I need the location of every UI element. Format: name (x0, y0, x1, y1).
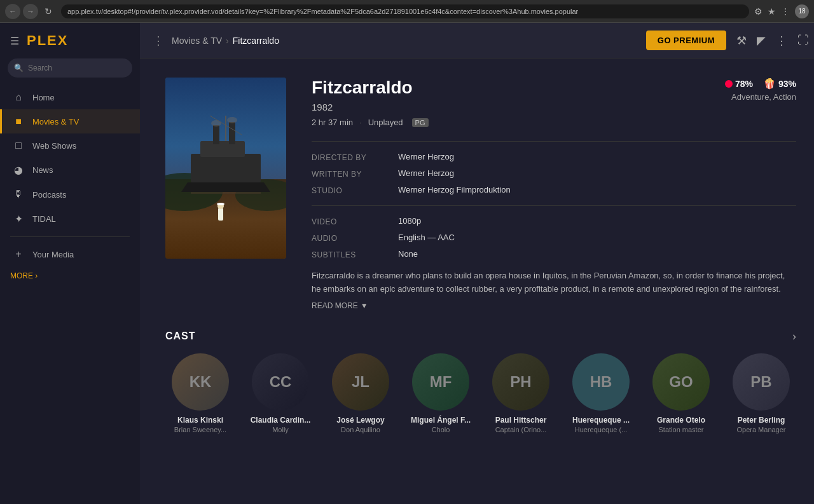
more-options-icon[interactable]: ⋮ (776, 34, 787, 48)
movie-genres: Adventure, Action (725, 92, 796, 102)
read-more-text: READ MORE (312, 301, 358, 310)
breadcrumb-current: Fitzcarraldo (233, 36, 279, 46)
detail-divider-1 (312, 141, 796, 142)
browser-icons: ⚙ ★ ⋮ 18 (754, 4, 809, 18)
hamburger-icon[interactable]: ☰ (10, 35, 19, 47)
cast-avatar: CC (252, 353, 309, 411)
tools-icon[interactable]: ⚒ (736, 34, 747, 48)
sidebar-item-label: News (32, 165, 53, 175)
cast-item[interactable]: HBHuerequeque ...Huerequeque (... (566, 353, 636, 433)
cast-title: CAST (165, 330, 196, 342)
svg-rect-17 (219, 203, 223, 205)
search-input[interactable] (8, 58, 132, 78)
svg-point-10 (227, 117, 237, 123)
cast-item[interactable]: KKKlaus KinskiBrian Sweeney... (165, 353, 235, 433)
cast-item[interactable]: PBPeter BerlingOpera Manager (726, 353, 796, 433)
fullscreen-icon[interactable]: ⛶ (797, 34, 809, 47)
more-text: MORE (10, 271, 33, 280)
topbar-actions: GO PREMIUM ⚒ ◤ ⋮ ⛶ (646, 31, 809, 50)
sidebar-header: ☰ PLEX (0, 23, 140, 58)
news-icon: ◕ (12, 164, 25, 176)
cast-grid: KKKlaus KinskiBrian Sweeney...CCClaudia … (165, 353, 796, 433)
cast-avatar-initials: PB (750, 373, 771, 391)
cast-avatar-initials: JL (352, 373, 369, 391)
written-by-value: Werner Herzog (398, 168, 796, 179)
content-area: Fitzcarraldo Fitzcarraldo 1982 2 hr 37 m… (140, 58, 814, 504)
browser-avatar[interactable]: 18 (795, 4, 809, 18)
studio-value: Werner Herzog Filmproduktion (398, 185, 796, 195)
cast-avatar-initials: KK (190, 373, 212, 391)
sidebar-item-your-media[interactable]: + Your Media (0, 242, 140, 266)
breadcrumb-parent[interactable]: Movies & TV (172, 36, 222, 46)
home-icon: ⌂ (12, 92, 25, 103)
sidebar: ☰ PLEX 🔍 ⌂ Home ■ Movies & TV □ Web Show… (0, 23, 140, 504)
bookmark-icon[interactable]: ★ (768, 6, 776, 17)
cast-avatar: JL (332, 353, 389, 411)
detail-grid-credits: DIRECTED BY Werner Herzog WRITTEN BY Wer… (312, 152, 796, 195)
svg-marker-5 (181, 182, 270, 192)
extension-icon[interactable]: ⚙ (754, 6, 762, 17)
podcasts-icon: 🎙 (12, 189, 25, 200)
movie-info: Fitzcarraldo 1982 2 hr 37 min · Unplayed… (312, 78, 796, 311)
cast-member-name: Peter Berling (738, 416, 785, 425)
more-chevron-icon: › (35, 271, 38, 280)
cast-member-role: Molly (272, 426, 289, 433)
sidebar-item-label: TIDAL (32, 214, 56, 224)
read-more-button[interactable]: READ MORE ▼ (312, 301, 368, 310)
cast-avatar: GO (652, 353, 710, 411)
cast-avatar-initials: MF (430, 373, 452, 391)
cast-avatar: PB (733, 353, 790, 411)
sidebar-item-news[interactable]: ◕ News (0, 158, 140, 182)
sidebar-item-podcasts[interactable]: 🎙 Podcasts (0, 182, 140, 207)
subtitles-label: SUBTITLES (312, 249, 388, 259)
directed-by-label: DIRECTED BY (312, 152, 388, 162)
cast-member-role: Opera Manager (736, 426, 785, 433)
mc-icon: 🍿 (763, 78, 776, 90)
svg-rect-14 (218, 208, 223, 221)
audio-label: AUDIO (312, 233, 388, 243)
cast-member-role: Don Aquilino (341, 426, 380, 433)
svg-rect-7 (213, 125, 219, 144)
cast-member-name: Miguel Ángel F... (411, 416, 471, 425)
refresh-button[interactable]: ↻ (41, 4, 56, 19)
sidebar-item-web-shows[interactable]: □ Web Shows (0, 133, 140, 158)
movie-year: 1982 (312, 102, 429, 112)
movie-title: Fitzcarraldo (312, 78, 429, 98)
cast-header: CAST › (165, 330, 796, 343)
svg-rect-6 (200, 141, 245, 157)
cast-icon[interactable]: ◤ (757, 34, 766, 48)
breadcrumb-separator: › (226, 36, 229, 46)
cast-item[interactable]: MFMiguel Ángel F...Cholo (406, 353, 476, 433)
cast-avatar: MF (412, 353, 469, 411)
more-button[interactable]: MORE › (0, 266, 140, 285)
forward-button[interactable]: → (23, 4, 38, 19)
sidebar-item-home[interactable]: ⌂ Home (0, 85, 140, 109)
audio-value: English — AAC (398, 233, 796, 243)
studio-label: STUDIO (312, 185, 388, 195)
cast-member-name: Grande Otelo (657, 416, 705, 425)
movie-rating: PG (412, 118, 429, 127)
cast-item[interactable]: PHPaul HittscherCaptain (Orino... (486, 353, 556, 433)
cast-avatar: PH (492, 353, 549, 411)
cast-member-name: Paul Hittscher (495, 416, 547, 425)
svg-rect-4 (191, 154, 261, 182)
sidebar-item-tidal[interactable]: ✦ TIDAL (0, 207, 140, 231)
cast-avatar-initials: GO (669, 373, 693, 391)
mc-rating: 🍿 93% (763, 78, 796, 90)
back-button[interactable]: ← (5, 4, 20, 19)
subtitles-value: None (398, 249, 796, 259)
sidebar-item-label: Movies & TV (32, 117, 79, 126)
menu-icon[interactable]: ⋮ (781, 6, 790, 17)
address-bar[interactable]: app.plex.tv/desktop#!/provider/tv.plex.p… (61, 4, 749, 18)
written-by-label: WRITTEN BY (312, 168, 388, 179)
topbar-grid-icon[interactable]: ⋮ (153, 34, 164, 48)
cast-next-icon[interactable]: › (792, 330, 796, 343)
movie-meta: 2 hr 37 min · Unplayed PG (312, 118, 429, 127)
premium-button[interactable]: GO PREMIUM (646, 31, 726, 50)
cast-item[interactable]: JLJosé LewgoyDon Aquilino (326, 353, 396, 433)
cast-member-name: José Lewgoy (336, 416, 384, 425)
cast-item[interactable]: GOGrande OteloStation master (646, 353, 716, 433)
sidebar-item-movies-tv[interactable]: ■ Movies & TV (0, 109, 140, 133)
cast-item[interactable]: CCClaudia Cardin...Molly (245, 353, 315, 433)
cast-member-role: Brian Sweeney... (174, 426, 226, 433)
